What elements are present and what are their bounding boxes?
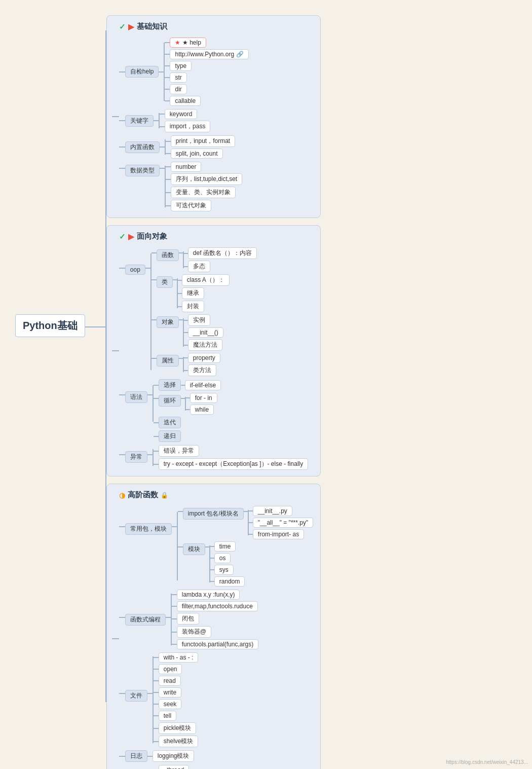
root-node: Python基础 [15,314,85,337]
branch-exception: 异常 [125,451,147,463]
leaf-lambda: lambda x,y :fun(x,y) [177,590,240,600]
leaf-keyword: keyword [165,109,198,119]
leaf-pickle: pickle模块 [159,722,197,734]
section-basics: ✓ ▶ 基础知识 自检help [106,15,321,218]
branch-syntax: 语法 [125,391,147,403]
branch-oop: oop [125,265,145,275]
advanced-title: ◑ 高阶函数 🔒 [119,490,313,500]
leaf-python-url: http://www.Python.org 🔗 [170,49,248,59]
oop-title: ✓ ▶ 面向对象 [119,232,308,241]
leaf-polymorphism: 多态 [188,261,210,272]
leaf-shelve: shelve模块 [159,736,199,747]
leaf-init: __init__() [188,327,223,338]
section-oop: ✓ ▶ 面向对象 oop [106,225,321,477]
leaf-if-elif: if-elif-else [185,380,221,390]
leaf-inherit: 继承 [182,287,204,299]
branch-packages: 常用包，模块 [125,523,172,535]
leaf-while: while [190,405,214,415]
leaf-write: write [159,687,181,698]
leaf-def: def 函数名（）：内容 [188,247,257,259]
leaf-open: open [159,664,182,674]
branch-builtin: 内置函数 [125,141,160,153]
branch-keywords: 关键字 [125,115,154,127]
leaf-classmethod: 类方法 [188,364,216,376]
branch-functional: 函数式编程 [125,614,166,626]
leaf-encap: 封装 [182,301,204,312]
branch-func: 函数 [157,249,179,261]
leaf-class-a: class A（）： [182,274,230,286]
branch-zijiian: 自检help [125,66,159,78]
leaf-filter-map: filter,map,functools.ruduce [177,601,258,611]
leaf-for-in: for - in [190,393,217,403]
branch-object: 对象 [157,316,179,328]
lock-icon: 🔒 [161,492,168,499]
leaf-closure: 闭包 [177,613,199,625]
leaf-import-pass: import，pass [165,121,211,132]
leaf-try-except: try - except - except（Exception[as ]）- e… [159,458,308,470]
leaf-type: type [170,61,192,71]
branch-log: 日志 [125,750,147,762]
branch-module: 模块 [183,543,205,555]
leaf-sys: sys [214,565,234,575]
leaf-dir: dir [170,84,186,94]
leaf-split: split, join, count [171,149,223,159]
branch-attr: 属性 [157,355,179,367]
branch-datatype: 数据类型 [125,165,160,176]
leaf-os: os [214,553,231,563]
play-icon: ▶ [128,22,134,31]
watermark: https://blog.csdn.net/weixin_44213... [446,759,528,765]
leaf-instance: 实例 [188,314,210,326]
leaf-from-import: from-import- as [253,529,304,539]
leaf-iterable: 可迭代对象 [171,200,211,211]
mind-map: Python基础 ✓ ▶ [10,10,522,769]
half-check-icon: ◑ [119,491,125,499]
leaf-with-as: with - as - : [159,652,199,663]
branch-loop: 循环 [159,395,181,407]
check-icon: ✓ [119,22,126,31]
leaf-help: ★ ★ help [170,38,206,48]
leaf-logging: logging模块 [153,750,195,762]
leaf-thread: _thread [159,765,189,769]
leaf-decorator: 装饰器@ [177,626,211,638]
play-icon2: ▶ [128,232,134,241]
branch-select: 选择 [159,379,181,391]
branch-iterate: 迭代 [159,417,181,428]
leaf-magic: 魔法方法 [188,339,222,351]
leaf-number: number [171,162,202,172]
leaf-error: 错误，异常 [159,445,199,457]
leaf-partial: functools.partial(func,args) [177,639,258,649]
leaf-property: property [188,353,220,363]
branch-import: import 包名/模块名 [183,508,244,520]
leaf-str: str [170,72,186,83]
leaf-random: random [214,576,245,587]
branch-class: 类 [157,276,173,288]
leaf-print: print，input，format [171,135,235,147]
leaf-callable: callable [170,96,201,106]
leaf-read: read [159,676,181,686]
check-icon2: ✓ [119,232,126,241]
leaf-tell: tell [159,711,176,721]
leaf-init-py: __init__.py [253,506,292,516]
branch-file: 文件 [125,690,147,702]
leaf-seek: seek [159,699,181,709]
section-advanced: ◑ 高阶函数 🔒 常用包，模块 [106,484,321,769]
leaf-time: time [214,541,236,552]
basics-title: ✓ ▶ 基础知识 [119,22,249,31]
leaf-all: "__all__" = "***.py" [253,518,313,528]
leaf-list: 序列，list,tuple,dict,set [171,173,242,185]
leaf-variable: 变量、类、实例对象 [171,187,236,198]
branch-recurse: 递归 [159,430,181,442]
